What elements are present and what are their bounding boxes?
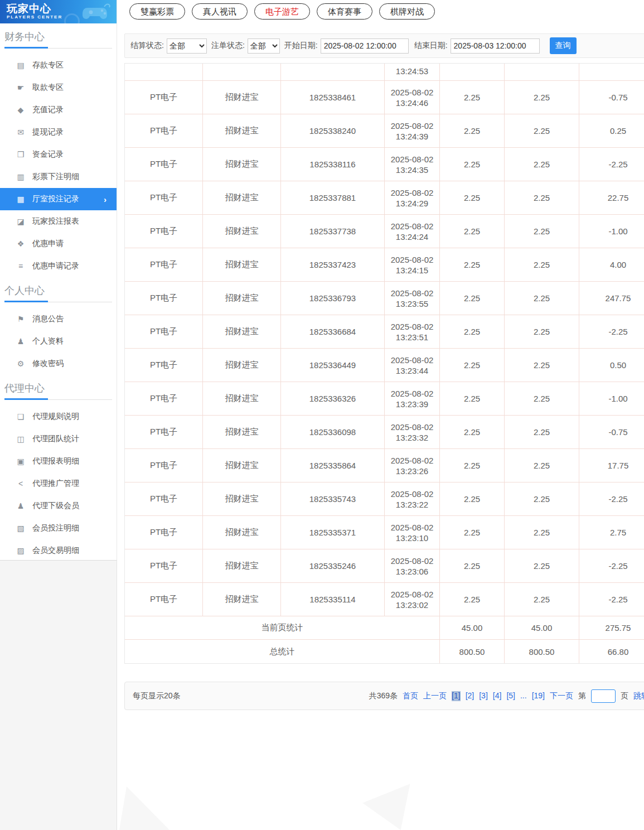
cell-order: 1825336684 (281, 315, 385, 349)
sidebar-item-change-password[interactable]: ⚙修改密码 (0, 353, 117, 375)
topnav-button[interactable]: 棋牌对战 (379, 3, 435, 20)
sidebar-item-agent-sub-members[interactable]: ♟代理下级会员 (0, 495, 117, 517)
cell-hall: PT电子 (125, 81, 203, 114)
sidebar-sections: 财务中心▤存款专区☛取款专区◆充值记录✉提现记录❒资金记录▥彩票下注明细▦厅室投… (0, 23, 117, 562)
cell-hall: PT电子 (125, 114, 203, 148)
cell-valid: 2.25 (505, 349, 579, 382)
sidebar-item-agent-report-details[interactable]: ▣代理报表明细 (0, 450, 117, 472)
page-jump-input[interactable] (591, 689, 616, 703)
sidebar-item-member-bet-details[interactable]: ▧会员投注明细 (0, 517, 117, 539)
cell-order: 1825336449 (281, 349, 385, 382)
topnav-button[interactable]: 真人视讯 (192, 3, 248, 20)
cell-bet: 2.25 (440, 315, 505, 349)
page-link[interactable]: [5] (506, 691, 515, 701)
start-date-label: 开始日期: (284, 41, 318, 51)
sidebar-item-agent-promo-manage[interactable]: <代理推广管理 (0, 472, 117, 495)
page-link[interactable]: ... (520, 691, 527, 701)
sidebar-item-promo-apply-records[interactable]: ≡优惠申请记录 (0, 255, 117, 277)
settle-status-select[interactable]: 全部 (167, 38, 207, 54)
cell-valid: 2.25 (505, 181, 579, 215)
page-link[interactable]: [3] (479, 691, 488, 701)
cell-winloss: -2.25 (579, 148, 644, 181)
sidebar-item-agent-rules[interactable]: ❏代理规则说明 (0, 406, 117, 428)
section-underline (4, 48, 112, 49)
cell-valid: 2.25 (505, 215, 579, 248)
funds-icon: ❒ (16, 150, 26, 159)
cell-winloss: -2.25 (579, 583, 644, 616)
cell-bet: 2.25 (440, 482, 505, 516)
sidebar-item-label: 取款专区 (32, 83, 64, 93)
cell-order: 1825338116 (281, 148, 385, 181)
cell-time: 2025-08-0213:23:51 (385, 315, 440, 349)
sidebar-item-deposit-zone[interactable]: ▤存款专区 (0, 54, 117, 76)
cell-valid: 2.25 (505, 148, 579, 181)
cell-game: 招财进宝 (203, 349, 281, 382)
summary-winloss: 66.80 (579, 640, 644, 663)
cell-order: 1825336326 (281, 382, 385, 416)
order-status-label: 注单状态: (211, 41, 245, 51)
page-link[interactable]: 上一页 (423, 691, 447, 701)
records-tbody: 13:24:53PT电子招财进宝18253384612025-08-0213:2… (125, 64, 644, 663)
cell-bet: 2.25 (440, 583, 505, 616)
cell-winloss: -2.25 (579, 549, 644, 583)
topnav-button[interactable]: 体育赛事 (317, 3, 372, 20)
query-button[interactable]: 查询 (550, 37, 577, 54)
cell-time: 2025-08-0213:23:39 (385, 382, 440, 416)
sidebar-item-promo-apply[interactable]: ❖优惠申请 (0, 233, 117, 255)
cell-game: 招财进宝 (203, 449, 281, 482)
cell-bet: 2.25 (440, 215, 505, 248)
page-link[interactable]: [2] (466, 691, 474, 701)
sidebar-item-player-bet-report[interactable]: ◪玩家投注报表 (0, 210, 117, 233)
sidebar-item-label: 代理报表明细 (32, 456, 79, 466)
sidebar-item-hall-bet-records[interactable]: ▦厅室投注记录› (0, 188, 117, 210)
page-current[interactable]: [1] (452, 691, 461, 701)
order-status-select[interactable]: 全部 (248, 38, 280, 54)
cell-game: 招财进宝 (203, 482, 281, 516)
sidebar-item-member-transaction-details[interactable]: ▨会员交易明细 (0, 539, 117, 562)
table-row: PT电子招财进宝18253358642025-08-0213:23:262.25… (125, 449, 644, 482)
sidebar-item-label: 厅室投注记录 (32, 194, 79, 204)
cell-hall: PT电子 (125, 549, 203, 583)
page-link[interactable]: [4] (493, 691, 502, 701)
sidebar-item-withdrawal-records[interactable]: ✉提现记录 (0, 121, 117, 143)
cell-order: 1825335371 (281, 516, 385, 549)
sidebar-item-personal-profile[interactable]: ♟个人资料 (0, 330, 117, 353)
cell-winloss: -1.00 (579, 382, 644, 416)
cell-hall: PT电子 (125, 148, 203, 181)
sidebar-item-recharge-records[interactable]: ◆充值记录 (0, 99, 117, 121)
cell-time: 2025-08-0213:23:26 (385, 449, 440, 482)
cell-game: 招财进宝 (203, 215, 281, 248)
page-link[interactable]: [19] (532, 691, 545, 701)
sidebar-item-funds-records[interactable]: ❒资金记录 (0, 143, 117, 166)
table-row: PT电子招财进宝18253384612025-08-0213:24:462.25… (125, 81, 644, 114)
page-link[interactable]: 下一页 (550, 691, 573, 701)
table-row: PT电子招财进宝18253374232025-08-0213:24:152.25… (125, 248, 644, 282)
cell-time: 2025-08-0213:23:06 (385, 549, 440, 583)
sidebar-item-lottery-bet-details[interactable]: ▥彩票下注明细 (0, 166, 117, 188)
sidebar-item-agent-team-stats[interactable]: ◫代理团队统计 (0, 428, 117, 450)
list-icon: ▥ (16, 172, 26, 181)
cell-order: 1825338240 (281, 114, 385, 148)
cell-winloss: -2.25 (579, 315, 644, 349)
cell-bet: 2.25 (440, 282, 505, 315)
jump-button[interactable]: 跳转 (633, 691, 644, 701)
start-date-input[interactable] (321, 38, 409, 54)
table-row: PT电子招财进宝18253367932025-08-0213:23:552.25… (125, 282, 644, 315)
cell-bet: 2.25 (440, 248, 505, 282)
cell-time: 13:24:53 (385, 64, 440, 81)
main-content: 雙赢彩票真人视讯电子游艺体育赛事棋牌对战 结算状态: 全部 注单状态: 全部 开… (118, 0, 644, 830)
sidebar-item-label: 会员交易明细 (32, 546, 79, 556)
sidebar-section-title: 代理中心 (0, 375, 117, 399)
end-date-input[interactable] (451, 38, 540, 54)
cell-game: 招财进宝 (203, 549, 281, 583)
page-link[interactable]: 首页 (403, 691, 418, 701)
sidebar-item-label: 修改密码 (32, 359, 64, 369)
cell-time: 2025-08-0213:23:44 (385, 349, 440, 382)
cell-time: 2025-08-0213:24:24 (385, 215, 440, 248)
sidebar-item-withdraw-zone[interactable]: ☛取款专区 (0, 76, 117, 99)
sidebar-item-message-announcements[interactable]: ⚑消息公告 (0, 308, 117, 330)
cell-game: 招财进宝 (203, 315, 281, 349)
cell-time: 2025-08-0213:24:39 (385, 114, 440, 148)
topnav-button[interactable]: 电子游艺 (254, 3, 310, 20)
topnav-button[interactable]: 雙赢彩票 (129, 3, 185, 20)
